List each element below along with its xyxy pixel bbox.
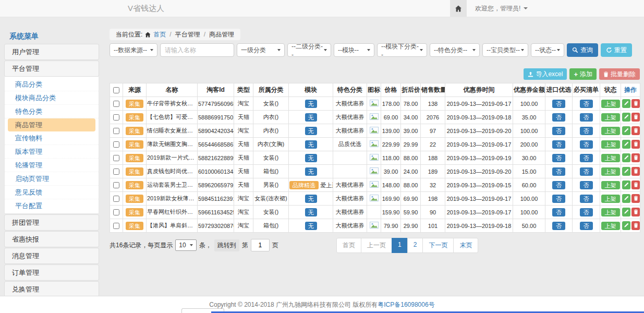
delete-button[interactable] xyxy=(631,140,640,149)
sidebar-group[interactable]: 用户管理 xyxy=(4,44,99,60)
batch-delete-button[interactable]: 批量删除 xyxy=(599,68,640,80)
imported-toggle[interactable]: 否 xyxy=(552,167,565,176)
delete-button[interactable] xyxy=(631,221,640,230)
must-buy-toggle[interactable]: 否 xyxy=(580,100,593,108)
pager-item[interactable]: 2 xyxy=(407,238,423,253)
status-button[interactable]: 上架 xyxy=(601,154,620,162)
row-checkbox[interactable] xyxy=(113,155,119,161)
sidebar-item[interactable]: 启动页管理 xyxy=(5,172,99,186)
row-checkbox[interactable] xyxy=(113,196,119,202)
sidebar-item[interactable]: 意见反馈 xyxy=(5,186,99,199)
delete-button[interactable] xyxy=(631,208,640,216)
filter-select[interactable]: --二级分类-- xyxy=(287,43,331,57)
module-badge[interactable]: 无 xyxy=(305,127,317,135)
status-button[interactable]: 上架 xyxy=(601,113,620,122)
home-button[interactable] xyxy=(450,0,467,17)
module-badge[interactable]: 无 xyxy=(305,100,317,108)
reset-button[interactable]: 重置 xyxy=(601,43,632,57)
sidebar-item[interactable]: 商品分类 xyxy=(5,78,99,91)
imported-toggle[interactable]: 否 xyxy=(552,222,565,230)
row-checkbox[interactable] xyxy=(113,168,119,175)
imported-toggle[interactable]: 否 xyxy=(552,113,565,122)
edit-button[interactable] xyxy=(622,180,630,189)
must-buy-toggle[interactable]: 否 xyxy=(580,167,593,176)
status-button[interactable]: 上架 xyxy=(601,208,620,216)
pager-current-page[interactable]: 1 xyxy=(392,238,408,253)
edit-button[interactable] xyxy=(622,221,630,230)
imported-toggle[interactable]: 否 xyxy=(552,181,565,189)
edit-button[interactable] xyxy=(622,99,630,108)
must-buy-toggle[interactable]: 否 xyxy=(580,154,593,162)
pager-item[interactable]: 首页 xyxy=(336,238,361,253)
breadcrumb-home-link[interactable]: 首页 xyxy=(153,30,166,39)
filter-select[interactable]: --数据来源-- xyxy=(110,43,157,57)
delete-button[interactable] xyxy=(631,126,640,135)
sidebar-item[interactable]: 轮播管理 xyxy=(5,159,99,172)
sidebar-group[interactable]: 消息管理 xyxy=(4,248,99,264)
edit-button[interactable] xyxy=(622,208,630,216)
filter-select[interactable]: --宝贝类型-- xyxy=(482,43,528,57)
must-buy-toggle[interactable]: 否 xyxy=(580,140,593,149)
edit-button[interactable] xyxy=(622,126,630,135)
status-button[interactable]: 上架 xyxy=(601,140,620,149)
imported-toggle[interactable]: 否 xyxy=(552,127,565,135)
sidebar-group[interactable]: 兑换管理 xyxy=(4,281,99,297)
filter-select[interactable]: --模块-- xyxy=(334,43,374,57)
sidebar-item[interactable]: 宣传物料 xyxy=(5,131,99,145)
edit-button[interactable] xyxy=(622,153,630,162)
status-button[interactable]: 上架 xyxy=(601,181,620,189)
edit-button[interactable] xyxy=(622,194,630,203)
sidebar-group[interactable]: 平台管理 xyxy=(4,61,99,77)
edit-button[interactable] xyxy=(622,167,630,176)
module-badge[interactable]: 无 xyxy=(305,222,317,230)
imported-toggle[interactable]: 否 xyxy=(552,140,565,149)
delete-button[interactable] xyxy=(631,113,640,122)
filter-select[interactable]: --特色分类-- xyxy=(430,43,480,57)
must-buy-toggle[interactable]: 否 xyxy=(580,113,593,122)
row-checkbox[interactable] xyxy=(113,101,119,107)
filter-name-input[interactable] xyxy=(160,43,234,57)
row-checkbox[interactable] xyxy=(113,114,119,121)
module-badge[interactable]: 无 xyxy=(305,195,317,203)
page-number-input[interactable] xyxy=(251,239,270,251)
edit-button[interactable] xyxy=(622,140,630,149)
status-button[interactable]: 上架 xyxy=(601,100,620,108)
row-checkbox[interactable] xyxy=(113,141,119,148)
status-button[interactable]: 上架 xyxy=(601,195,620,203)
sidebar-group[interactable]: 拼团管理 xyxy=(4,214,99,231)
user-dropdown[interactable]: 欢迎您，管理员! xyxy=(475,4,528,13)
filter-select[interactable]: --状态-- xyxy=(531,43,564,57)
module-badge[interactable]: 无 xyxy=(305,113,317,122)
must-buy-toggle[interactable]: 否 xyxy=(580,195,593,203)
pager-item[interactable]: 下一页 xyxy=(422,238,454,253)
edit-button[interactable] xyxy=(622,113,630,122)
pager-item[interactable]: 末页 xyxy=(453,238,478,253)
select-all-checkbox[interactable] xyxy=(113,87,119,93)
sidebar-item-active[interactable]: 商品管理 xyxy=(8,118,95,131)
status-button[interactable]: 上架 xyxy=(601,167,620,176)
import-excel-button[interactable]: 导入excel xyxy=(524,68,567,80)
icp-link[interactable]: 粤ICP备16098006号 xyxy=(378,300,434,309)
add-button[interactable]: + 添加 xyxy=(569,68,597,80)
sidebar-item[interactable]: 版本管理 xyxy=(5,145,99,159)
row-checkbox[interactable] xyxy=(113,128,119,134)
pager-item[interactable]: 上一页 xyxy=(361,238,392,253)
row-checkbox[interactable] xyxy=(113,182,119,188)
search-button[interactable]: 查询 xyxy=(567,43,598,57)
must-buy-toggle[interactable]: 否 xyxy=(580,208,593,216)
module-badge[interactable]: 无 xyxy=(305,167,317,176)
delete-button[interactable] xyxy=(631,167,640,176)
must-buy-toggle[interactable]: 否 xyxy=(580,127,593,135)
delete-button[interactable] xyxy=(631,180,640,189)
status-button[interactable]: 上架 xyxy=(601,127,620,135)
per-page-select[interactable]: 10 xyxy=(175,239,196,251)
module-badge[interactable]: 无 xyxy=(305,208,317,216)
sidebar-group[interactable]: 订单管理 xyxy=(4,264,99,281)
sidebar-item[interactable]: 平台配置 xyxy=(5,199,99,212)
imported-toggle[interactable]: 否 xyxy=(552,154,565,162)
filter-select[interactable]: 一级分类 xyxy=(237,43,285,57)
filter-select[interactable]: --模块下分类-- xyxy=(377,43,427,57)
delete-button[interactable] xyxy=(631,153,640,162)
row-checkbox[interactable] xyxy=(113,209,119,215)
must-buy-toggle[interactable]: 否 xyxy=(580,181,593,189)
